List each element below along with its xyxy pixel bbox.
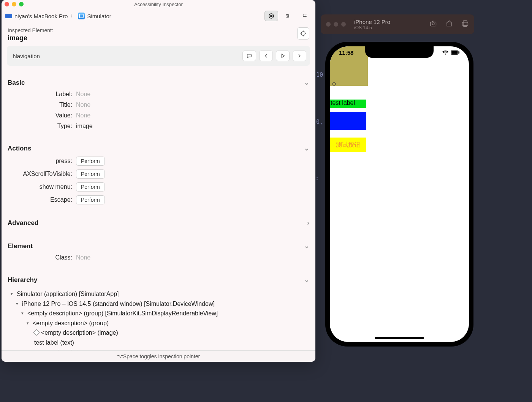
simulator-window-controls — [326, 22, 346, 27]
action-scroll-key: AXScrollToVisible: — [8, 171, 72, 177]
sim-close-button[interactable] — [326, 22, 331, 27]
sim-zoom-button[interactable] — [341, 22, 346, 27]
basic-title-value: None — [76, 101, 90, 108]
wifi-icon — [442, 49, 448, 56]
inspection-pointer-icon — [331, 81, 337, 87]
basic-title-key: Title: — [8, 101, 72, 108]
chevron-down-icon: ⌄ — [304, 276, 309, 284]
window-title: Accessibility Inspector — [2, 2, 315, 7]
section-actions: Actions ⌄ press:Perform AXScrollToVisibl… — [8, 142, 309, 206]
simulator-icon — [78, 13, 85, 19]
hierarchy-row-selected[interactable]: <empty description> (image) — [8, 328, 309, 338]
status-footer: ⌥Space toggles inspection pointer — [2, 350, 315, 362]
status-time: 11:58 — [339, 49, 353, 56]
test-label-view: test label — [330, 100, 366, 108]
perform-press-button[interactable]: Perform — [76, 157, 105, 166]
section-hierarchy: Hierarchy ⌄ ▾Simulator (application) [Si… — [8, 274, 309, 350]
titlebar: Accessibility Inspector — [2, 0, 315, 8]
inspected-value: image — [8, 34, 297, 42]
screenshot-icon[interactable] — [429, 20, 437, 29]
svg-point-4 — [301, 32, 306, 36]
svg-rect-11 — [459, 51, 459, 54]
accessibility-inspector-window: Accessibility Inspector niyao's MacBook … — [2, 0, 315, 362]
details-scroll[interactable]: Basic ⌄ Label:None Title:None Value:None… — [2, 66, 315, 350]
perform-escape-button[interactable]: Perform — [76, 195, 105, 204]
element-class-value: None — [76, 254, 90, 261]
home-indicator[interactable] — [375, 337, 424, 339]
basic-type-value: image — [76, 123, 93, 130]
test-button[interactable]: 测试按钮 — [330, 138, 366, 152]
hierarchy-row[interactable]: ▾iPhone 12 Pro – iOS 14.5 (standard wind… — [8, 299, 309, 309]
svg-point-12 — [333, 83, 336, 85]
bg-code-text-2: 0, — [316, 119, 323, 125]
section-advanced: Advanced › — [8, 217, 309, 229]
section-basic: Basic ⌄ Label:None Title:None Value:None… — [8, 76, 309, 131]
notch — [365, 46, 434, 58]
breadcrumb-device: niyao's MacBook Pro — [14, 13, 68, 19]
section-hierarchy-header[interactable]: Hierarchy ⌄ — [8, 274, 309, 286]
svg-rect-10 — [451, 51, 458, 54]
inspection-mode-button[interactable] — [264, 11, 278, 21]
bg-code-text-1: 10 — [316, 71, 323, 78]
action-escape-key: Escape: — [8, 196, 72, 203]
hierarchy-row[interactable]: ▾<empty description> (group) — [8, 318, 309, 328]
svg-point-2 — [288, 16, 289, 17]
breadcrumb-target: Simulator — [87, 13, 111, 19]
blue-view — [330, 112, 366, 130]
simulator-titlebar: iPhone 12 Pro iOS 14.5 — [321, 14, 474, 34]
action-press-key: press: — [8, 158, 72, 165]
audit-mode-button[interactable] — [281, 11, 295, 21]
iphone-screen: 11:58 test label 测试按钮 — [330, 46, 469, 342]
bg-code-text-3: : — [315, 175, 319, 182]
hierarchy-row[interactable]: test label (text) — [8, 338, 309, 348]
perform-menu-button[interactable]: Perform — [76, 182, 105, 192]
chevron-down-icon: ⌄ — [304, 79, 309, 87]
hierarchy-row[interactable]: <empty description> — [8, 348, 309, 350]
action-menu-key: show menu: — [8, 184, 72, 190]
svg-point-3 — [287, 17, 288, 18]
basic-label-key: Label: — [8, 91, 72, 98]
chevron-down-icon: ⌄ — [304, 242, 309, 250]
iphone-frame: 11:58 test label 测试按钮 — [325, 42, 473, 347]
breadcrumb[interactable]: niyao's MacBook Pro 〉 Simulator — [5, 13, 111, 20]
simulator-os-version: iOS 14.5 — [354, 25, 390, 30]
basic-type-key: Type: — [8, 123, 72, 130]
perform-scroll-button[interactable]: Perform — [76, 169, 105, 179]
auto-navigate-button[interactable] — [276, 51, 290, 61]
section-actions-header[interactable]: Actions ⌄ — [8, 142, 309, 155]
navigation-row: Navigation — [7, 46, 310, 66]
battery-icon — [451, 49, 460, 56]
section-basic-header[interactable]: Basic ⌄ — [8, 76, 309, 89]
simulator-device-name: iPhone 12 Pro — [354, 19, 390, 25]
chevron-down-icon: ⌄ — [304, 144, 309, 152]
speak-button[interactable] — [242, 51, 256, 61]
settings-mode-button[interactable] — [298, 11, 312, 21]
section-element-header[interactable]: Element ⌄ — [8, 240, 309, 252]
chevron-right-icon: 〉 — [70, 13, 76, 20]
section-element: Element ⌄ Class:None — [8, 240, 309, 263]
chevron-right-icon: › — [307, 219, 309, 227]
section-advanced-header[interactable]: Advanced › — [8, 217, 309, 229]
device-icon — [5, 14, 12, 18]
svg-point-1 — [287, 14, 288, 15]
previous-element-button[interactable] — [259, 51, 273, 61]
sim-minimize-button[interactable] — [334, 22, 338, 27]
inspection-pointer-button[interactable] — [297, 27, 309, 40]
hierarchy-row[interactable]: ▾Simulator (application) [SimulatorApp] — [8, 289, 309, 299]
svg-point-6 — [432, 23, 434, 25]
svg-point-0 — [269, 14, 274, 18]
element-class-key: Class: — [8, 254, 72, 261]
toolbar: niyao's MacBook Pro 〉 Simulator — [2, 8, 315, 25]
basic-label-value: None — [76, 91, 90, 98]
basic-value-key: Value: — [8, 112, 72, 119]
inspected-label: Inspected Element: — [8, 27, 297, 33]
hierarchy-row[interactable]: ▾<empty description> (group) [SimulatorK… — [8, 309, 309, 318]
home-icon[interactable] — [445, 20, 453, 29]
inspected-element-header: Inspected Element: image — [2, 25, 315, 42]
basic-value-value: None — [76, 112, 90, 119]
navigation-label: Navigation — [13, 53, 40, 59]
next-element-button[interactable] — [293, 51, 306, 61]
rotate-icon[interactable] — [461, 20, 469, 29]
